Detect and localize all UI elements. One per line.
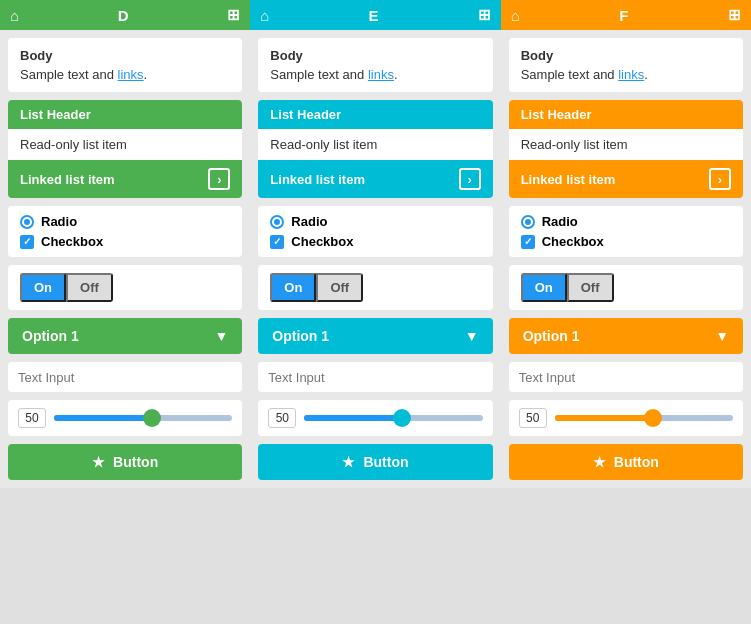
col-d-body-card: Body Sample text and links. bbox=[8, 38, 242, 92]
col-d-dropdown[interactable]: Option 1 ▼ bbox=[8, 318, 242, 354]
col-d-linked-label: Linked list item bbox=[20, 172, 115, 187]
col-e-slider-track[interactable] bbox=[304, 415, 482, 421]
col-d-input-section[interactable] bbox=[8, 362, 242, 392]
column-f: ⌂ F ⊞ Body Sample text and links. List H… bbox=[501, 0, 751, 488]
col-d-dropdown-label: Option 1 bbox=[22, 328, 79, 344]
col-f-list-linked[interactable]: Linked list item › bbox=[509, 160, 743, 198]
col-f-action-button[interactable]: ★ Button bbox=[509, 444, 743, 480]
col-e-dropdown[interactable]: Option 1 ▼ bbox=[258, 318, 492, 354]
col-e-toggle-section: On Off bbox=[258, 265, 492, 310]
col-f-dropdown-label: Option 1 bbox=[523, 328, 580, 344]
col-d-radio-row[interactable]: Radio bbox=[20, 214, 230, 229]
col-f-radio-row[interactable]: Radio bbox=[521, 214, 731, 229]
grid-icon[interactable]: ⊞ bbox=[478, 6, 491, 24]
col-f-checkbox-row[interactable]: ✓ Checkbox bbox=[521, 234, 731, 249]
col-d-toggle-off[interactable]: Off bbox=[66, 273, 113, 302]
col-d-title: D bbox=[118, 7, 129, 24]
home-icon[interactable]: ⌂ bbox=[511, 7, 520, 24]
col-e-dropdown-label: Option 1 bbox=[272, 328, 329, 344]
col-e-list-section: List Header Read-only list item Linked l… bbox=[258, 100, 492, 198]
col-e-card-area: Body Sample text and links. List Header … bbox=[250, 30, 500, 488]
col-f-radio-dot[interactable] bbox=[521, 215, 535, 229]
col-e-text-input[interactable] bbox=[268, 370, 482, 385]
col-d-body-text: Sample text and links. bbox=[20, 67, 230, 82]
col-e-dropdown-arrow: ▼ bbox=[465, 328, 479, 344]
col-f-toggle-off[interactable]: Off bbox=[567, 273, 614, 302]
col-e-controls: Radio ✓ Checkbox bbox=[258, 206, 492, 257]
col-f-toggle-on[interactable]: On bbox=[521, 273, 567, 302]
col-e-slider-fill bbox=[304, 415, 402, 421]
col-d-list-readonly: Read-only list item bbox=[8, 129, 242, 160]
chevron-right-icon: › bbox=[208, 168, 230, 190]
col-f-header: ⌂ F ⊞ bbox=[501, 0, 751, 30]
col-f-radio-label: Radio bbox=[542, 214, 578, 229]
col-d-radio-label: Radio bbox=[41, 214, 77, 229]
col-e-header: ⌂ E ⊞ bbox=[250, 0, 500, 30]
col-e-input-section[interactable] bbox=[258, 362, 492, 392]
col-d-button-label: Button bbox=[113, 454, 158, 470]
column-e: ⌂ E ⊞ Body Sample text and links. List H… bbox=[250, 0, 500, 488]
home-icon[interactable]: ⌂ bbox=[260, 7, 269, 24]
col-f-body-card: Body Sample text and links. bbox=[509, 38, 743, 92]
col-d-header: ⌂ D ⊞ bbox=[0, 0, 250, 30]
col-f-text-input[interactable] bbox=[519, 370, 733, 385]
col-e-body-card: Body Sample text and links. bbox=[258, 38, 492, 92]
col-d-slider-fill bbox=[54, 415, 152, 421]
col-f-input-section[interactable] bbox=[509, 362, 743, 392]
col-d-list-header: List Header bbox=[8, 100, 242, 129]
col-d-dropdown-arrow: ▼ bbox=[214, 328, 228, 344]
col-f-toggle-row: On Off bbox=[521, 273, 731, 302]
col-d-slider-track[interactable] bbox=[54, 415, 232, 421]
grid-icon[interactable]: ⊞ bbox=[227, 6, 240, 24]
col-e-checkbox-label: Checkbox bbox=[291, 234, 353, 249]
col-f-title: F bbox=[619, 7, 628, 24]
col-d-action-button[interactable]: ★ Button bbox=[8, 444, 242, 480]
col-f-link[interactable]: links bbox=[618, 67, 644, 82]
col-d-body-title: Body bbox=[20, 48, 230, 63]
col-f-checkbox-label: Checkbox bbox=[542, 234, 604, 249]
col-d-list-section: List Header Read-only list item Linked l… bbox=[8, 100, 242, 198]
col-f-controls: Radio ✓ Checkbox bbox=[509, 206, 743, 257]
col-f-body-text: Sample text and links. bbox=[521, 67, 731, 82]
chevron-right-icon: › bbox=[459, 168, 481, 190]
col-f-slider-track[interactable] bbox=[555, 415, 733, 421]
col-e-radio-label: Radio bbox=[291, 214, 327, 229]
grid-icon[interactable]: ⊞ bbox=[728, 6, 741, 24]
col-e-link[interactable]: links bbox=[368, 67, 394, 82]
col-f-dropdown-arrow: ▼ bbox=[715, 328, 729, 344]
col-d-dropdown-btn[interactable]: Option 1 ▼ bbox=[8, 318, 242, 354]
col-f-list-header: List Header bbox=[509, 100, 743, 129]
col-e-toggle-row: On Off bbox=[270, 273, 480, 302]
home-icon[interactable]: ⌂ bbox=[10, 7, 19, 24]
col-e-radio-dot[interactable] bbox=[270, 215, 284, 229]
col-d-text-input[interactable] bbox=[18, 370, 232, 385]
col-e-radio-row[interactable]: Radio bbox=[270, 214, 480, 229]
col-d-slider-thumb[interactable] bbox=[143, 409, 161, 427]
col-e-action-button[interactable]: ★ Button bbox=[258, 444, 492, 480]
star-icon: ★ bbox=[342, 454, 355, 470]
col-d-link[interactable]: links bbox=[118, 67, 144, 82]
col-e-list-linked[interactable]: Linked list item › bbox=[258, 160, 492, 198]
col-f-dropdown[interactable]: Option 1 ▼ bbox=[509, 318, 743, 354]
col-e-dropdown-btn[interactable]: Option 1 ▼ bbox=[258, 318, 492, 354]
col-d-toggle-on[interactable]: On bbox=[20, 273, 66, 302]
col-e-toggle-off[interactable]: Off bbox=[316, 273, 363, 302]
col-f-slider-value: 50 bbox=[519, 408, 547, 428]
col-e-list-header: List Header bbox=[258, 100, 492, 129]
col-d-list-linked[interactable]: Linked list item › bbox=[8, 160, 242, 198]
col-e-toggle-on[interactable]: On bbox=[270, 273, 316, 302]
col-f-list-readonly: Read-only list item bbox=[509, 129, 743, 160]
col-d-toggle-section: On Off bbox=[8, 265, 242, 310]
col-f-checkbox[interactable]: ✓ bbox=[521, 235, 535, 249]
col-d-checkbox-row[interactable]: ✓ Checkbox bbox=[20, 234, 230, 249]
col-e-checkbox[interactable]: ✓ bbox=[270, 235, 284, 249]
col-f-slider-thumb[interactable] bbox=[644, 409, 662, 427]
col-d-checkbox[interactable]: ✓ bbox=[20, 235, 34, 249]
col-e-slider-thumb[interactable] bbox=[393, 409, 411, 427]
star-icon: ★ bbox=[593, 454, 606, 470]
col-f-dropdown-btn[interactable]: Option 1 ▼ bbox=[509, 318, 743, 354]
col-d-radio-dot[interactable] bbox=[20, 215, 34, 229]
col-e-checkbox-row[interactable]: ✓ Checkbox bbox=[270, 234, 480, 249]
col-d-controls: Radio ✓ Checkbox bbox=[8, 206, 242, 257]
col-f-toggle-section: On Off bbox=[509, 265, 743, 310]
